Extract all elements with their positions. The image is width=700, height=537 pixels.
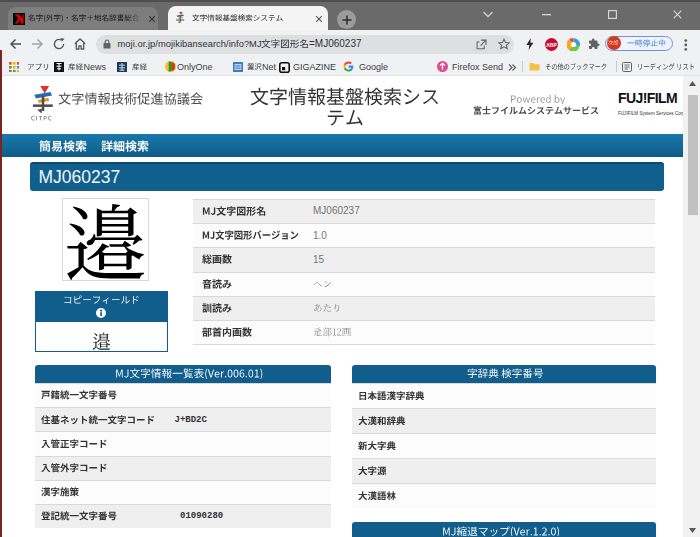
svg-text:ABP: ABP [546,41,557,47]
